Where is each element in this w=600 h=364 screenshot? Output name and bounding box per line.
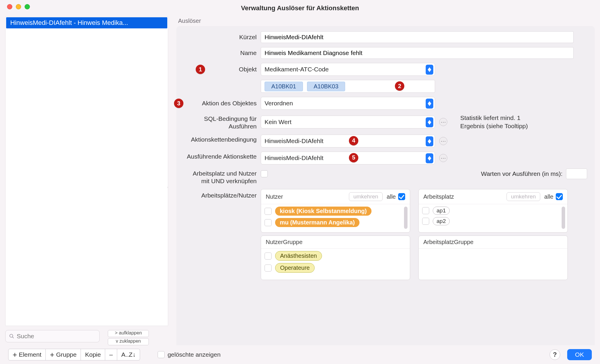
- nutzer-alle-checkbox[interactable]: [398, 193, 405, 200]
- footer: +Element +Gruppe Kopie – A..Z↓ gelöschte…: [0, 345, 600, 364]
- show-deleted-checkbox[interactable]: [158, 351, 165, 358]
- show-deleted-label: gelöschte anzeigen: [168, 351, 221, 358]
- objekt-value: Medikament-ATC-Code: [265, 66, 329, 73]
- badge-1: 1: [196, 65, 205, 74]
- nutzer-list[interactable]: Nutzer umkehren alle kiosk (Kiosk Selbst…: [261, 189, 410, 233]
- atc-token[interactable]: A10BK01: [265, 82, 303, 91]
- kuerzel-input[interactable]: [261, 31, 574, 43]
- chevron-up-down-icon[interactable]: [426, 136, 433, 146]
- zoom-icon[interactable]: [25, 4, 30, 9]
- scrollbar-thumb[interactable]: [562, 207, 565, 229]
- list-item[interactable]: ap1: [422, 207, 555, 215]
- list-item[interactable]: ap2: [422, 217, 555, 225]
- badge-4: 4: [349, 136, 358, 145]
- ok-button[interactable]: OK: [567, 349, 592, 360]
- search-field[interactable]: [17, 333, 96, 340]
- arbeitsplatz-invert-button[interactable]: umkehren: [507, 192, 540, 201]
- aktion-label: 3 Aktion des Objektes: [184, 100, 261, 107]
- collapse-all-button[interactable]: v zuklappen: [108, 338, 149, 345]
- chevron-up-down-icon[interactable]: [426, 153, 433, 163]
- sql-label: SQL-Bedingung für Ausführen: [184, 114, 261, 131]
- sql-hint: Statistik liefert mind. 1 Ergebnis (sieh…: [460, 114, 533, 131]
- toolbar-strip: +Element +Gruppe Kopie – A..Z↓: [8, 349, 140, 360]
- scrollbar-thumb[interactable]: [404, 207, 408, 229]
- titlebar: Verwaltung Auslöser für Aktionsketten: [0, 0, 600, 16]
- ausfuehr-select[interactable]: HinweisMedi-DIAfehlt 5: [261, 152, 435, 164]
- ausfuehr-label: Ausführende Aktionskette: [184, 152, 261, 160]
- nutzergruppe-list[interactable]: NutzerGruppe Anästhesisten Operateure: [261, 236, 410, 280]
- add-element-button[interactable]: +Element: [8, 349, 46, 360]
- nutzergruppe-head: NutzerGruppe: [266, 239, 303, 245]
- sql-more-button[interactable]: ⋯: [439, 118, 447, 126]
- kettenbed-select[interactable]: HinweisMedi-DIAfehlt 4: [261, 135, 435, 147]
- name-label: Name: [184, 49, 261, 56]
- item-checkbox[interactable]: [265, 265, 272, 272]
- arbeitsplatz-alle-checkbox[interactable]: [556, 193, 563, 200]
- chevron-up-down-icon[interactable]: [426, 65, 433, 75]
- help-button[interactable]: ?: [550, 349, 560, 360]
- svg-point-0: [10, 334, 13, 337]
- chevron-up-down-icon[interactable]: [426, 117, 433, 127]
- objekt-select[interactable]: Medikament-ATC-Code: [261, 63, 435, 76]
- item-checkbox[interactable]: [422, 218, 429, 225]
- search-input[interactable]: [5, 330, 100, 342]
- ausfuehr-more-button[interactable]: ⋯: [439, 154, 447, 162]
- list-item[interactable]: Operateure: [265, 263, 398, 273]
- badge-5: 5: [349, 153, 358, 162]
- search-icon: [9, 334, 14, 339]
- copy-button[interactable]: Kopie: [81, 349, 105, 360]
- sidebar: HinweisMedi-DIAfehlt - Hinweis Medika...…: [5, 16, 168, 345]
- nutzer-invert-button[interactable]: umkehren: [349, 192, 383, 201]
- atc-token-input[interactable]: A10BK01 A10BK03 2: [261, 80, 435, 93]
- list-item[interactable]: mu (Mustermann Angelika): [265, 218, 398, 227]
- arbeitsplatzgruppe-list[interactable]: ArbeitsplatzGruppe: [418, 236, 568, 280]
- arbeitsplatz-list[interactable]: Arbeitsplatz umkehren alle ap1 ap2: [418, 189, 568, 233]
- svg-line-1: [12, 337, 14, 338]
- remove-button[interactable]: –: [105, 349, 117, 360]
- atc-token[interactable]: A10BK03: [307, 82, 345, 91]
- name-input[interactable]: [261, 47, 574, 59]
- arbeitsplatz-head: Arbeitsplatz: [423, 193, 454, 200]
- badge-3: 3: [174, 99, 183, 108]
- item-checkbox[interactable]: [265, 208, 272, 215]
- item-checkbox[interactable]: [422, 207, 429, 214]
- window-title: Verwaltung Auslöser für Aktionsketten: [241, 4, 359, 12]
- form-area: Auslöser Kürzel Name 1 Objekt Medikament…: [168, 16, 595, 345]
- aktion-select[interactable]: Verordnen: [261, 97, 435, 110]
- list-item[interactable]: Anästhesisten: [265, 251, 398, 261]
- trigger-tree[interactable]: HinweisMedi-DIAfehlt - Hinweis Medika...: [5, 16, 168, 326]
- add-group-button[interactable]: +Gruppe: [46, 349, 81, 360]
- window-controls: [7, 4, 30, 9]
- item-checkbox[interactable]: [265, 253, 272, 260]
- kettenbed-label: Aktionskettenbedingung: [184, 135, 261, 143]
- kettenbed-more-button[interactable]: ⋯: [439, 137, 447, 145]
- nutzer-head: Nutzer: [266, 193, 283, 200]
- close-icon[interactable]: [7, 4, 12, 9]
- wait-input[interactable]: [566, 169, 587, 179]
- sql-select[interactable]: Kein Wert: [261, 116, 435, 128]
- expand-all-button[interactable]: > aufklappen: [108, 330, 149, 337]
- minimize-icon[interactable]: [16, 4, 21, 9]
- chevron-up-down-icon[interactable]: [426, 99, 433, 109]
- objekt-label: 1 Objekt: [184, 66, 261, 73]
- list-item[interactable]: kiosk (Kiosk Selbstanmeldung): [265, 207, 398, 216]
- kuerzel-label: Kürzel: [184, 34, 261, 41]
- form-panel: Kürzel Name 1 Objekt Medikament-ATC-Code: [176, 26, 595, 345]
- item-checkbox[interactable]: [265, 219, 272, 226]
- badge-2: 2: [395, 81, 404, 91]
- arbeit-label: Arbeitsplätze/Nutzer: [184, 189, 261, 199]
- arbeitsplatzgruppe-head: ArbeitsplatzGruppe: [423, 239, 473, 245]
- sort-button[interactable]: A..Z↓: [117, 349, 140, 360]
- und-checkbox[interactable]: [261, 170, 268, 177]
- section-header: Auslöser: [178, 18, 595, 24]
- tree-item-selected[interactable]: HinweisMedi-DIAfehlt - Hinweis Medika...: [6, 17, 167, 28]
- und-label: Arbeitsplatz und Nutzer mit UND verknüpf…: [184, 169, 261, 185]
- wait-label: Warten vor Ausführen (in ms):: [481, 170, 562, 177]
